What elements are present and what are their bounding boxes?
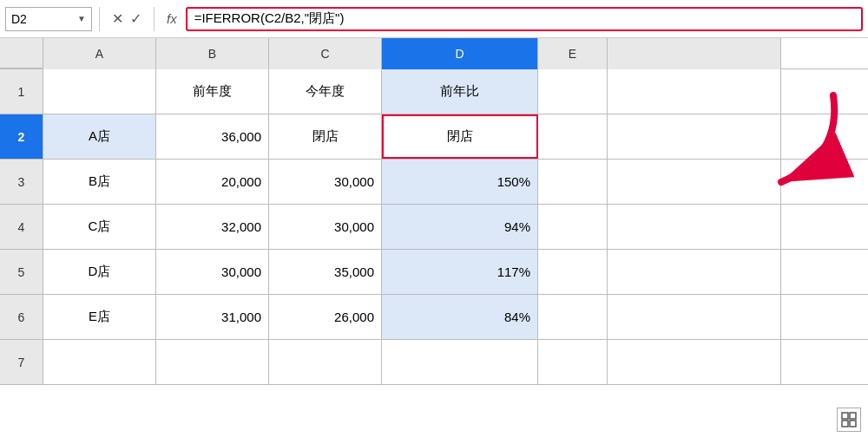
svg-rect-1 — [842, 413, 848, 419]
cancel-icon[interactable]: ✕ — [112, 10, 123, 27]
cell-c5[interactable]: 35,000 — [269, 250, 382, 294]
col-header-a[interactable]: A — [43, 38, 156, 69]
chevron-down-icon: ▼ — [77, 14, 86, 23]
row-header-4: 4 — [0, 205, 43, 249]
row-header-3: 3 — [0, 160, 43, 204]
cell-e3[interactable] — [538, 160, 608, 204]
formula-bar-separator2 — [154, 7, 155, 31]
cell-f2[interactable] — [608, 114, 781, 159]
svg-rect-4 — [850, 421, 856, 427]
cell-c2[interactable]: 閉店 — [269, 114, 382, 159]
cell-e2[interactable] — [538, 114, 608, 159]
cell-a3[interactable]: B店 — [43, 160, 156, 204]
spreadsheet: A B C D E 1 前年度 今年度 前年比 2 — [0, 38, 868, 385]
zoom-icon[interactable] — [837, 408, 861, 432]
cell-f1[interactable] — [608, 69, 781, 114]
cell-d7[interactable] — [382, 340, 538, 384]
formula-text: =IFERROR(C2/B2,"閉店") — [194, 10, 345, 27]
formula-icon-group: ✕ ✓ — [107, 10, 147, 27]
cell-f3[interactable] — [608, 160, 781, 204]
cell-f7[interactable] — [608, 340, 781, 384]
cell-d6[interactable]: 84% — [382, 295, 538, 339]
cell-b5[interactable]: 30,000 — [156, 250, 269, 294]
cell-reference-box[interactable]: D2 ▼ — [5, 7, 92, 31]
cell-f4[interactable] — [608, 205, 781, 249]
cell-d3[interactable]: 150% — [382, 160, 538, 204]
cell-b1[interactable]: 前年度 — [156, 69, 269, 114]
table-row: 5 D店 30,000 35,000 117% — [0, 250, 868, 295]
cell-b4[interactable]: 32,000 — [156, 205, 269, 249]
formula-input[interactable]: =IFERROR(C2/B2,"閉店") — [186, 7, 863, 31]
cell-a6[interactable]: E店 — [43, 295, 156, 339]
col-header-c[interactable]: C — [269, 38, 382, 69]
svg-rect-3 — [842, 421, 848, 427]
cell-a1[interactable] — [43, 69, 156, 114]
formula-bar: D2 ▼ ✕ ✓ fx =IFERROR(C2/B2,"閉店") — [0, 0, 868, 38]
cell-b3[interactable]: 20,000 — [156, 160, 269, 204]
cell-c4[interactable]: 30,000 — [269, 205, 382, 249]
cell-d4[interactable]: 94% — [382, 205, 538, 249]
cell-d2[interactable]: 閉店 — [382, 114, 538, 159]
col-header-d[interactable]: D — [382, 38, 538, 69]
cell-e6[interactable] — [538, 295, 608, 339]
cell-c3[interactable]: 30,000 — [269, 160, 382, 204]
table-row: 7 — [0, 340, 868, 385]
col-header-e[interactable]: E — [538, 38, 608, 69]
formula-bar-separator — [99, 7, 100, 31]
data-rows: 1 前年度 今年度 前年比 2 A店 36,000 閉店 閉店 3 B店 20,… — [0, 69, 868, 385]
table-row: 4 C店 32,000 30,000 94% — [0, 205, 868, 250]
table-row: 3 B店 20,000 30,000 150% — [0, 160, 868, 205]
row-header-2: 2 — [0, 114, 43, 159]
cell-e5[interactable] — [538, 250, 608, 294]
cell-a2[interactable]: A店 — [43, 114, 156, 159]
cell-a5[interactable]: D店 — [43, 250, 156, 294]
cell-c6[interactable]: 26,000 — [269, 295, 382, 339]
col-header-b[interactable]: B — [156, 38, 269, 69]
column-headers: A B C D E — [0, 38, 868, 69]
grid-icon — [841, 412, 857, 427]
col-header-f[interactable] — [608, 38, 781, 69]
confirm-icon[interactable]: ✓ — [130, 10, 141, 27]
svg-rect-2 — [850, 413, 856, 419]
cell-d5[interactable]: 117% — [382, 250, 538, 294]
cell-a4[interactable]: C店 — [43, 205, 156, 249]
cell-a7[interactable] — [43, 340, 156, 384]
cell-c1[interactable]: 今年度 — [269, 69, 382, 114]
cell-f6[interactable] — [608, 295, 781, 339]
cell-b7[interactable] — [156, 340, 269, 384]
cell-e1[interactable] — [538, 69, 608, 114]
cell-b2[interactable]: 36,000 — [156, 114, 269, 159]
cell-b6[interactable]: 31,000 — [156, 295, 269, 339]
row-header-1: 1 — [0, 69, 43, 114]
table-row: 2 A店 36,000 閉店 閉店 — [0, 114, 868, 160]
cell-e4[interactable] — [538, 205, 608, 249]
row-header-5: 5 — [0, 250, 43, 294]
row-header-7: 7 — [0, 340, 43, 384]
cell-c7[interactable] — [269, 340, 382, 384]
table-row: 1 前年度 今年度 前年比 — [0, 69, 868, 114]
cell-reference-text: D2 — [11, 12, 27, 26]
row-header-6: 6 — [0, 295, 43, 339]
cell-d1[interactable]: 前年比 — [382, 69, 538, 114]
cell-f5[interactable] — [608, 250, 781, 294]
corner-cell — [0, 38, 43, 68]
cell-e7[interactable] — [538, 340, 608, 384]
table-row: 6 E店 31,000 26,000 84% — [0, 295, 868, 340]
fx-icon: fx — [167, 11, 177, 26]
